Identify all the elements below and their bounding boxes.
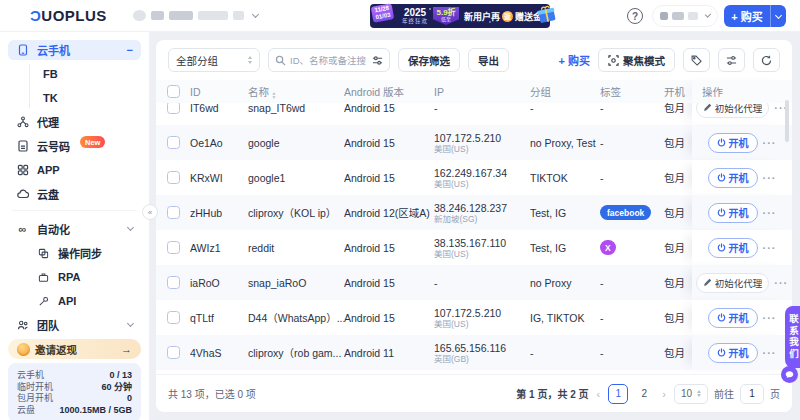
more-actions-button[interactable]: ··· [763,242,777,254]
sidebar-item-api[interactable]: API [29,291,141,311]
row-checkbox[interactable] [167,206,180,219]
cell-id: iaRoO [190,277,248,289]
focus-mode-button[interactable]: 聚焦模式 [598,48,675,72]
col-header-tag[interactable]: 标签 [600,84,664,99]
col-header-name[interactable]: 名称 [248,84,344,99]
cell-ip: 165.65.156.116英国(GB) [434,342,530,364]
collapse-minus-icon[interactable]: − [127,44,133,56]
sidebar-collapse-button[interactable]: « [142,204,158,220]
power-on-button[interactable]: 开机 [708,203,758,223]
row-checkbox[interactable] [167,276,180,289]
power-on-button[interactable]: 开机 [708,238,758,258]
col-header-id[interactable]: ID [190,86,248,98]
sidebar-divider [12,210,137,211]
help-button[interactable]: ? [627,8,643,24]
redacted-avatar [133,10,146,21]
stat-label: 包月开机 [17,393,53,405]
row-checkbox[interactable] [167,311,180,324]
more-actions-button[interactable]: ··· [763,207,777,219]
contact-us-tab[interactable]: 联系我们 [785,306,800,368]
phone-icon [16,44,29,57]
power-on-button[interactable]: 开机 [708,308,758,328]
sidebar-item-team[interactable]: 团队 [8,315,141,335]
search-box [268,48,390,72]
sidebar-item-op-sync[interactable]: 操作同步 [29,243,141,263]
row-checkbox[interactable] [167,241,180,254]
init-proxy-button[interactable]: 初始化代理 [696,103,770,118]
cell-tag: - [600,137,664,149]
account-balance-selector[interactable] [652,5,718,27]
page-button-1[interactable]: 1 [608,384,628,404]
header-buy-button[interactable]: + 购买 [724,5,786,27]
sidebar-item-cloud-phone[interactable]: 云手机 − [8,40,141,60]
sidebar-item-tk[interactable]: TK [30,88,141,108]
invite-cashback-button[interactable]: 邀请返现 → [8,339,141,359]
vertical-scrollbar[interactable] [785,100,789,142]
ip-address: 162.249.167.34 [434,167,530,179]
power-on-button[interactable]: 开机 [708,343,758,363]
table-row: Oe1AogoogleAndroid 15107.172.5.210美国(US)… [156,125,792,160]
prev-page-button[interactable]: ‹ [595,388,603,400]
sidebar-item-app[interactable]: APP [8,160,141,180]
tag-badge[interactable]: facebook [600,205,651,220]
power-on-button[interactable]: 开机 [708,168,758,188]
promo-year: 2025 [402,8,428,18]
buy-button-dropdown[interactable] [770,5,786,27]
table-row: AWIz1redditAndroid 1538.135.167.110美国(US… [156,230,792,265]
network-nodes-icon [16,116,29,129]
sidebar-item-cloud-number[interactable]: 云号码 New [8,136,141,156]
table-row: iaRoOsnap_iaRoOAndroid 15-no Proxy-包月初始化… [156,265,792,300]
group-filter-select[interactable]: 全部分组 [168,48,260,72]
sidebar-item-cloud-disk[interactable]: 云盘 [8,184,141,204]
cell-tag: - [600,103,664,114]
page-button-2[interactable]: 2 [634,384,654,404]
brand-logo-mark: Ɔ [30,7,41,24]
col-header-ip[interactable]: IP [434,86,530,98]
more-actions-button[interactable]: ··· [763,172,777,184]
filter-sliders-icon[interactable] [372,55,383,66]
tag-manage-button[interactable] [683,48,710,72]
tag-badge[interactable]: X [600,240,616,255]
cell-ip: 107.172.5.210美国(US) [434,307,530,329]
init-proxy-button[interactable]: 初始化代理 [696,273,770,293]
workspace-selector[interactable] [133,10,258,21]
save-filter-button[interactable]: 保存筛选 [398,48,460,72]
col-header-group[interactable]: 分组 [530,84,600,99]
col-header-android[interactable]: Android 版本 [344,84,434,99]
sidebar-item-proxy[interactable]: 代理 [8,112,141,132]
more-actions-button[interactable]: ··· [763,137,777,149]
sort-icon[interactable] [272,92,276,99]
promo-banner[interactable]: 11/28 01/03 2025 年终狂欢 5.9折 低至 新用户再 返 赠送金 [370,4,550,28]
column-settings-button[interactable] [718,48,745,72]
sidebar-item-fb[interactable]: FB [30,64,141,84]
refresh-button[interactable] [753,48,780,72]
row-checkbox[interactable] [167,136,180,149]
cell-checkbox [156,206,190,219]
row-checkbox[interactable] [167,171,180,184]
row-checkbox[interactable] [167,346,180,359]
select-all-checkbox[interactable] [167,85,180,98]
goto-page-input[interactable] [740,384,764,404]
row-checkbox[interactable] [167,103,180,114]
sidebar: 云手机 − FB TK 代理 云号码 New APP [0,32,150,420]
sidebar-item-label: 自动化 [37,221,70,237]
search-input[interactable] [290,55,366,66]
export-button[interactable]: 导出 [468,48,509,72]
next-page-button[interactable]: › [660,388,668,400]
chat-bubble-button[interactable] [781,366,798,383]
power-on-button[interactable]: 开机 [708,133,758,153]
sidebar-item-automation[interactable]: ∞ 自动化 [8,219,141,239]
more-actions-button[interactable]: ··· [763,347,777,359]
robot-icon [37,271,50,284]
more-actions-button[interactable]: ··· [774,277,788,289]
select-caret-icon [697,390,701,398]
buy-link[interactable]: + 购买 [559,52,590,68]
selection-summary: 共 13 项，已选 0 项 [168,386,256,401]
sidebar-item-rpa[interactable]: RPA [29,267,141,287]
stat-value: 60 分钟 [101,382,132,394]
cell-group: Test, IG [530,207,600,219]
header-checkbox-cell [156,85,190,98]
more-actions-button[interactable]: ··· [763,312,777,324]
page-size-select[interactable]: 10 [674,384,708,404]
focus-frame-icon [608,55,619,66]
